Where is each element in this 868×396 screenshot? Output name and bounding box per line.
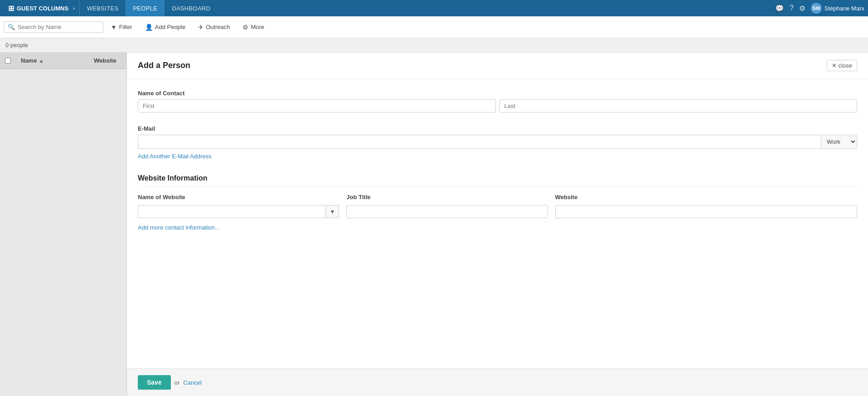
- website-label: Website: [555, 194, 857, 200]
- first-name-input[interactable]: [138, 99, 496, 112]
- brand-chevron-icon: ›: [73, 5, 75, 11]
- add-email-link[interactable]: Add Another E-Mail Address: [138, 153, 212, 160]
- website-name-row: ▼: [138, 205, 339, 218]
- email-row: Work Home Other: [138, 135, 857, 149]
- main-layout: Name ▲ Website Add a Person ✕ close Name…: [0, 53, 868, 396]
- add-people-button[interactable]: 👤 Add People: [140, 21, 191, 34]
- outreach-icon: ✈: [198, 24, 204, 31]
- website-name-dropdown-button[interactable]: ▼: [325, 205, 339, 218]
- name-column-header[interactable]: Name ▲: [16, 57, 90, 64]
- user-name: Stéphane Marx: [824, 5, 864, 12]
- website-info-section: Website Information Name of Website ▼ Jo…: [138, 174, 857, 231]
- website-name-input[interactable]: [138, 205, 325, 218]
- settings-icon[interactable]: ⚙: [799, 4, 805, 13]
- count-label: 0 people: [5, 42, 28, 49]
- add-person-panel: Add a Person ✕ close Name of Contact E-M…: [127, 53, 868, 396]
- website-info-grid: Name of Website ▼ Job Title Webs: [138, 194, 857, 218]
- form-body: Name of Contact E-Mail Work Home Other: [127, 79, 868, 368]
- save-button[interactable]: Save: [138, 375, 171, 390]
- chat-icon[interactable]: 💬: [775, 4, 784, 13]
- name-column-label: Name: [21, 57, 37, 64]
- name-field-row: [138, 99, 857, 112]
- top-nav-tabs: WEBSITES PEOPLE DASHBOARD: [80, 0, 775, 16]
- add-more-link[interactable]: Add more contact information...: [138, 224, 220, 231]
- job-title-field: Job Title: [346, 194, 548, 218]
- website-section-title: Website Information: [138, 174, 857, 186]
- brand-label: GUEST COLUMNS: [17, 5, 68, 12]
- top-nav: ⊞ GUEST COLUMNS › WEBSITES PEOPLE DASHBO…: [0, 0, 868, 16]
- left-panel: Name ▲ Website: [0, 53, 127, 396]
- outreach-label: Outreach: [206, 24, 230, 30]
- select-all-checkbox[interactable]: [5, 58, 11, 64]
- job-title-label: Job Title: [346, 194, 548, 200]
- sort-icon: ▲: [39, 58, 44, 64]
- filter-label: Filter: [119, 24, 132, 30]
- tab-people[interactable]: PEOPLE: [126, 0, 165, 16]
- add-person-icon: 👤: [145, 24, 153, 31]
- email-label: E-Mail: [138, 125, 857, 132]
- form-footer: Save or Cancel: [127, 368, 868, 396]
- top-nav-right: 💬 ? ⚙ SM Stéphane Marx: [775, 3, 864, 14]
- search-box[interactable]: 🔍: [4, 21, 103, 33]
- user-menu[interactable]: SM Stéphane Marx: [811, 3, 864, 14]
- website-column-label: Website: [94, 57, 116, 64]
- brand[interactable]: ⊞ GUEST COLUMNS ›: [4, 0, 80, 16]
- more-settings-icon: ⚙: [242, 24, 248, 31]
- name-of-website-label: Name of Website: [138, 194, 339, 200]
- people-count: 0 people: [0, 38, 868, 53]
- form-header: Add a Person ✕ close: [127, 53, 868, 79]
- website-url-field: Website: [555, 194, 857, 218]
- add-people-label: Add People: [155, 24, 185, 30]
- dropdown-chevron-icon: ▼: [330, 209, 335, 215]
- select-all-checkbox-cell[interactable]: [0, 58, 16, 64]
- form-title: Add a Person: [138, 61, 190, 70]
- filter-button[interactable]: ▼ Filter: [105, 21, 138, 34]
- close-label: close: [839, 62, 852, 69]
- job-title-input[interactable]: [346, 205, 548, 218]
- tab-websites[interactable]: WEBSITES: [80, 0, 126, 16]
- more-button[interactable]: ⚙ More: [237, 21, 270, 34]
- search-input[interactable]: [18, 24, 99, 30]
- help-icon[interactable]: ?: [790, 4, 794, 12]
- tab-dashboard[interactable]: DASHBOARD: [165, 0, 218, 16]
- email-input[interactable]: [138, 135, 821, 149]
- search-icon: 🔍: [8, 24, 15, 30]
- email-section: E-Mail Work Home Other Add Another E-Mai…: [138, 125, 857, 161]
- filter-icon: ▼: [111, 24, 117, 31]
- email-type-select[interactable]: Work Home Other: [821, 135, 857, 149]
- name-of-contact-label: Name of Contact: [138, 90, 857, 97]
- grid-icon: ⊞: [8, 4, 14, 13]
- or-text: or: [175, 379, 180, 386]
- name-of-website-field: Name of Website ▼: [138, 194, 339, 218]
- cancel-link[interactable]: Cancel: [183, 379, 201, 386]
- website-url-input[interactable]: [555, 205, 857, 218]
- close-button[interactable]: ✕ close: [827, 60, 857, 71]
- close-x-icon: ✕: [832, 62, 837, 69]
- avatar: SM: [811, 3, 822, 14]
- table-header: Name ▲ Website: [0, 53, 126, 69]
- name-section: Name of Contact: [138, 90, 857, 112]
- website-column-header: Website: [90, 57, 126, 64]
- outreach-button[interactable]: ✈ Outreach: [193, 21, 235, 34]
- toolbar: 🔍 ▼ Filter 👤 Add People ✈ Outreach ⚙ Mor…: [0, 16, 868, 38]
- last-name-input[interactable]: [499, 99, 858, 112]
- more-label: More: [251, 24, 264, 30]
